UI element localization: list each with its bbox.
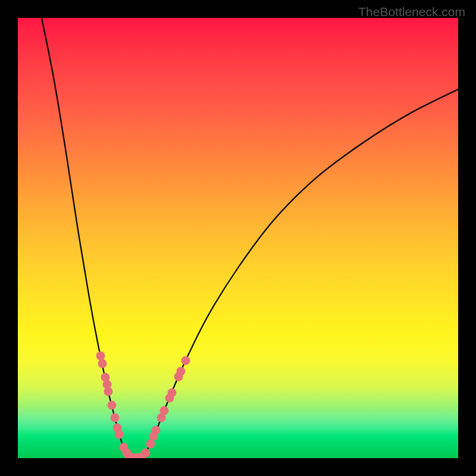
plot-area xyxy=(18,18,458,458)
markers-group xyxy=(96,352,190,459)
marker-point xyxy=(111,414,120,422)
chart-container: TheBottleneck.com xyxy=(0,0,476,476)
marker-point xyxy=(98,359,107,368)
left-curve-path xyxy=(42,18,130,458)
marker-point xyxy=(108,401,117,410)
marker-point xyxy=(104,387,113,396)
watermark-text: TheBottleneck.com xyxy=(358,5,465,19)
marker-point xyxy=(96,352,105,361)
marker-point xyxy=(177,367,186,376)
marker-point xyxy=(146,440,155,449)
right-curve xyxy=(140,89,458,458)
right-curve-path xyxy=(140,89,458,458)
curve-svg xyxy=(18,18,458,458)
marker-point xyxy=(115,430,124,439)
marker-point xyxy=(168,389,177,397)
marker-point xyxy=(152,426,161,435)
marker-point xyxy=(142,449,151,458)
marker-point xyxy=(160,406,169,415)
marker-point xyxy=(181,356,190,365)
left-curve xyxy=(42,18,130,458)
